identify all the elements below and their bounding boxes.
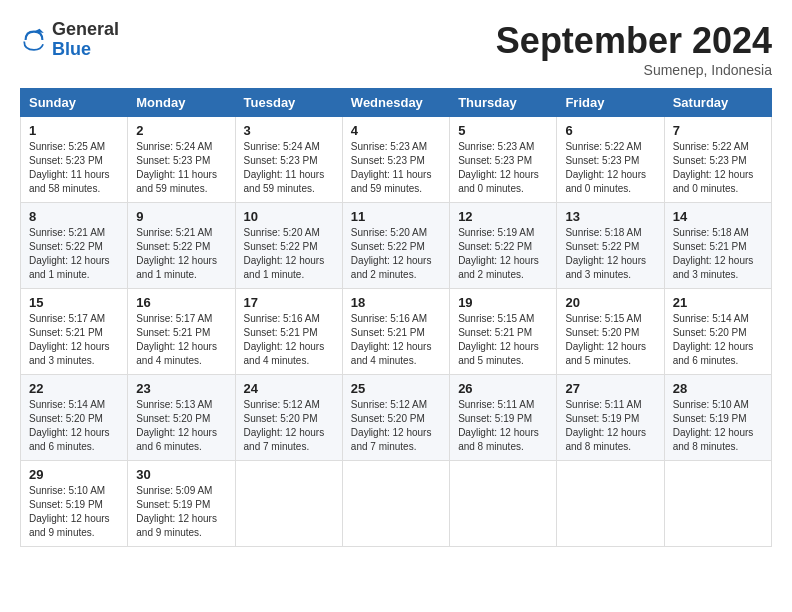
logo-icon: [20, 26, 48, 54]
day-number: 26: [458, 381, 548, 396]
calendar-cell: 11 Sunrise: 5:20 AM Sunset: 5:22 PM Dayl…: [342, 203, 449, 289]
calendar-cell: [235, 461, 342, 547]
calendar-cell: 9 Sunrise: 5:21 AM Sunset: 5:22 PM Dayli…: [128, 203, 235, 289]
day-info: Sunrise: 5:11 AM Sunset: 5:19 PM Dayligh…: [565, 398, 655, 454]
day-number: 21: [673, 295, 763, 310]
day-info: Sunrise: 5:10 AM Sunset: 5:19 PM Dayligh…: [673, 398, 763, 454]
calendar-header-thursday: Thursday: [450, 89, 557, 117]
day-number: 25: [351, 381, 441, 396]
calendar-cell: 30 Sunrise: 5:09 AM Sunset: 5:19 PM Dayl…: [128, 461, 235, 547]
day-info: Sunrise: 5:20 AM Sunset: 5:22 PM Dayligh…: [351, 226, 441, 282]
calendar-cell: 19 Sunrise: 5:15 AM Sunset: 5:21 PM Dayl…: [450, 289, 557, 375]
location-subtitle: Sumenep, Indonesia: [496, 62, 772, 78]
calendar-cell: 15 Sunrise: 5:17 AM Sunset: 5:21 PM Dayl…: [21, 289, 128, 375]
calendar-header-tuesday: Tuesday: [235, 89, 342, 117]
calendar-cell: 2 Sunrise: 5:24 AM Sunset: 5:23 PM Dayli…: [128, 117, 235, 203]
day-number: 15: [29, 295, 119, 310]
calendar-cell: 18 Sunrise: 5:16 AM Sunset: 5:21 PM Dayl…: [342, 289, 449, 375]
day-info: Sunrise: 5:25 AM Sunset: 5:23 PM Dayligh…: [29, 140, 119, 196]
day-number: 9: [136, 209, 226, 224]
day-info: Sunrise: 5:23 AM Sunset: 5:23 PM Dayligh…: [351, 140, 441, 196]
calendar-cell: 24 Sunrise: 5:12 AM Sunset: 5:20 PM Dayl…: [235, 375, 342, 461]
calendar-week-1: 1 Sunrise: 5:25 AM Sunset: 5:23 PM Dayli…: [21, 117, 772, 203]
calendar-header-sunday: Sunday: [21, 89, 128, 117]
day-info: Sunrise: 5:22 AM Sunset: 5:23 PM Dayligh…: [673, 140, 763, 196]
day-number: 17: [244, 295, 334, 310]
day-info: Sunrise: 5:24 AM Sunset: 5:23 PM Dayligh…: [136, 140, 226, 196]
calendar-cell: 20 Sunrise: 5:15 AM Sunset: 5:20 PM Dayl…: [557, 289, 664, 375]
logo-text: General Blue: [52, 20, 119, 60]
day-info: Sunrise: 5:21 AM Sunset: 5:22 PM Dayligh…: [136, 226, 226, 282]
calendar-cell: 29 Sunrise: 5:10 AM Sunset: 5:19 PM Dayl…: [21, 461, 128, 547]
day-number: 18: [351, 295, 441, 310]
calendar-cell: 10 Sunrise: 5:20 AM Sunset: 5:22 PM Dayl…: [235, 203, 342, 289]
calendar-cell: 12 Sunrise: 5:19 AM Sunset: 5:22 PM Dayl…: [450, 203, 557, 289]
calendar-cell: 5 Sunrise: 5:23 AM Sunset: 5:23 PM Dayli…: [450, 117, 557, 203]
calendar-week-2: 8 Sunrise: 5:21 AM Sunset: 5:22 PM Dayli…: [21, 203, 772, 289]
day-info: Sunrise: 5:20 AM Sunset: 5:22 PM Dayligh…: [244, 226, 334, 282]
calendar-cell: [342, 461, 449, 547]
calendar-header-row: SundayMondayTuesdayWednesdayThursdayFrid…: [21, 89, 772, 117]
calendar-cell: 1 Sunrise: 5:25 AM Sunset: 5:23 PM Dayli…: [21, 117, 128, 203]
day-number: 7: [673, 123, 763, 138]
day-info: Sunrise: 5:10 AM Sunset: 5:19 PM Dayligh…: [29, 484, 119, 540]
day-number: 13: [565, 209, 655, 224]
day-info: Sunrise: 5:15 AM Sunset: 5:20 PM Dayligh…: [565, 312, 655, 368]
day-number: 24: [244, 381, 334, 396]
page-header: General Blue September 2024 Sumenep, Ind…: [20, 20, 772, 78]
day-info: Sunrise: 5:22 AM Sunset: 5:23 PM Dayligh…: [565, 140, 655, 196]
day-info: Sunrise: 5:18 AM Sunset: 5:22 PM Dayligh…: [565, 226, 655, 282]
calendar-cell: 4 Sunrise: 5:23 AM Sunset: 5:23 PM Dayli…: [342, 117, 449, 203]
day-info: Sunrise: 5:16 AM Sunset: 5:21 PM Dayligh…: [244, 312, 334, 368]
day-number: 19: [458, 295, 548, 310]
calendar-cell: 7 Sunrise: 5:22 AM Sunset: 5:23 PM Dayli…: [664, 117, 771, 203]
day-number: 8: [29, 209, 119, 224]
calendar-cell: 22 Sunrise: 5:14 AM Sunset: 5:20 PM Dayl…: [21, 375, 128, 461]
logo: General Blue: [20, 20, 119, 60]
day-info: Sunrise: 5:23 AM Sunset: 5:23 PM Dayligh…: [458, 140, 548, 196]
calendar-cell: 21 Sunrise: 5:14 AM Sunset: 5:20 PM Dayl…: [664, 289, 771, 375]
calendar-cell: 28 Sunrise: 5:10 AM Sunset: 5:19 PM Dayl…: [664, 375, 771, 461]
day-number: 11: [351, 209, 441, 224]
calendar-header-wednesday: Wednesday: [342, 89, 449, 117]
day-number: 3: [244, 123, 334, 138]
day-number: 6: [565, 123, 655, 138]
day-info: Sunrise: 5:09 AM Sunset: 5:19 PM Dayligh…: [136, 484, 226, 540]
day-info: Sunrise: 5:11 AM Sunset: 5:19 PM Dayligh…: [458, 398, 548, 454]
day-number: 10: [244, 209, 334, 224]
calendar-header-monday: Monday: [128, 89, 235, 117]
day-number: 29: [29, 467, 119, 482]
calendar-cell: 13 Sunrise: 5:18 AM Sunset: 5:22 PM Dayl…: [557, 203, 664, 289]
day-info: Sunrise: 5:14 AM Sunset: 5:20 PM Dayligh…: [673, 312, 763, 368]
day-info: Sunrise: 5:17 AM Sunset: 5:21 PM Dayligh…: [136, 312, 226, 368]
day-number: 22: [29, 381, 119, 396]
day-info: Sunrise: 5:24 AM Sunset: 5:23 PM Dayligh…: [244, 140, 334, 196]
calendar-cell: 3 Sunrise: 5:24 AM Sunset: 5:23 PM Dayli…: [235, 117, 342, 203]
day-number: 27: [565, 381, 655, 396]
calendar-table: SundayMondayTuesdayWednesdayThursdayFrid…: [20, 88, 772, 547]
calendar-cell: 14 Sunrise: 5:18 AM Sunset: 5:21 PM Dayl…: [664, 203, 771, 289]
calendar-cell: [557, 461, 664, 547]
day-info: Sunrise: 5:16 AM Sunset: 5:21 PM Dayligh…: [351, 312, 441, 368]
calendar-cell: 16 Sunrise: 5:17 AM Sunset: 5:21 PM Dayl…: [128, 289, 235, 375]
day-number: 20: [565, 295, 655, 310]
calendar-header-saturday: Saturday: [664, 89, 771, 117]
day-number: 16: [136, 295, 226, 310]
calendar-week-3: 15 Sunrise: 5:17 AM Sunset: 5:21 PM Dayl…: [21, 289, 772, 375]
calendar-cell: 26 Sunrise: 5:11 AM Sunset: 5:19 PM Dayl…: [450, 375, 557, 461]
day-number: 4: [351, 123, 441, 138]
calendar-cell: [664, 461, 771, 547]
day-number: 5: [458, 123, 548, 138]
calendar-cell: 8 Sunrise: 5:21 AM Sunset: 5:22 PM Dayli…: [21, 203, 128, 289]
day-number: 1: [29, 123, 119, 138]
day-info: Sunrise: 5:12 AM Sunset: 5:20 PM Dayligh…: [351, 398, 441, 454]
month-title: September 2024: [496, 20, 772, 62]
calendar-header-friday: Friday: [557, 89, 664, 117]
day-number: 14: [673, 209, 763, 224]
title-section: September 2024 Sumenep, Indonesia: [496, 20, 772, 78]
calendar-cell: [450, 461, 557, 547]
day-info: Sunrise: 5:15 AM Sunset: 5:21 PM Dayligh…: [458, 312, 548, 368]
day-info: Sunrise: 5:12 AM Sunset: 5:20 PM Dayligh…: [244, 398, 334, 454]
calendar-cell: 6 Sunrise: 5:22 AM Sunset: 5:23 PM Dayli…: [557, 117, 664, 203]
day-number: 28: [673, 381, 763, 396]
